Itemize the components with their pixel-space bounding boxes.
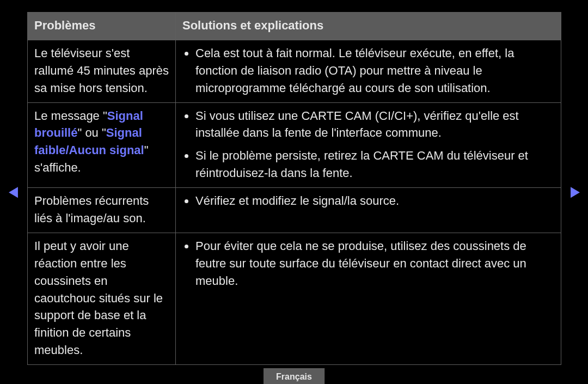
solution-item: Pour éviter que cela ne se produise, uti… — [195, 237, 554, 290]
troubleshooting-table-wrap: Problèmes Solutions et explications Le t… — [27, 12, 561, 365]
table-header-row: Problèmes Solutions et explications — [28, 13, 561, 40]
manual-page: ◀ ▶ Problèmes Solutions et explications … — [0, 0, 588, 384]
solution-cell: Si vous utilisez une CARTE CAM (CI/CI+),… — [176, 102, 561, 188]
solution-item: Si vous utilisez une CARTE CAM (CI/CI+),… — [195, 107, 554, 142]
language-tab[interactable]: Français — [264, 368, 324, 384]
table-row: Il peut y avoir une réaction entre les c… — [28, 233, 561, 364]
table-body: Le téléviseur s'est rallumé 45 minutes a… — [28, 40, 561, 364]
solution-cell: Pour éviter que cela ne se produise, uti… — [176, 233, 561, 364]
solution-list: Si vous utilisez une CARTE CAM (CI/CI+),… — [182, 107, 554, 182]
problem-text: Le message " — [34, 109, 107, 123]
problem-cell: Le message "Signal brouillé" ou "Signal … — [28, 102, 176, 188]
troubleshooting-table: Problèmes Solutions et explications Le t… — [27, 12, 561, 365]
header-solutions: Solutions et explications — [176, 13, 561, 40]
solution-item: Vérifiez et modifiez le signal/la source… — [195, 192, 554, 210]
solution-item: Cela est tout à fait normal. Le télévise… — [195, 45, 554, 97]
problem-cell: Il peut y avoir une réaction entre les c… — [28, 233, 176, 364]
solution-list: Vérifiez et modifiez le signal/la source… — [182, 192, 554, 210]
next-page-arrow-icon[interactable]: ▶ — [571, 184, 580, 198]
header-problems: Problèmes — [28, 13, 176, 40]
solution-item: Si le problème persiste, retirez la CART… — [195, 147, 554, 182]
table-row: Le message "Signal brouillé" ou "Signal … — [28, 102, 561, 188]
table-row: Le téléviseur s'est rallumé 45 minutes a… — [28, 40, 561, 102]
solution-list: Cela est tout à fait normal. Le télévise… — [182, 45, 554, 97]
problem-cell: Problèmes récurrents liés à l'image/au s… — [28, 188, 176, 233]
problem-cell: Le téléviseur s'est rallumé 45 minutes a… — [28, 40, 176, 102]
solution-list: Pour éviter que cela ne se produise, uti… — [182, 237, 554, 290]
solution-cell: Vérifiez et modifiez le signal/la source… — [176, 188, 561, 233]
table-row: Problèmes récurrents liés à l'image/au s… — [28, 188, 561, 233]
solution-cell: Cela est tout à fait normal. Le télévise… — [176, 40, 561, 102]
prev-page-arrow-icon[interactable]: ◀ — [9, 184, 18, 198]
problem-text: " ou " — [77, 126, 106, 139]
